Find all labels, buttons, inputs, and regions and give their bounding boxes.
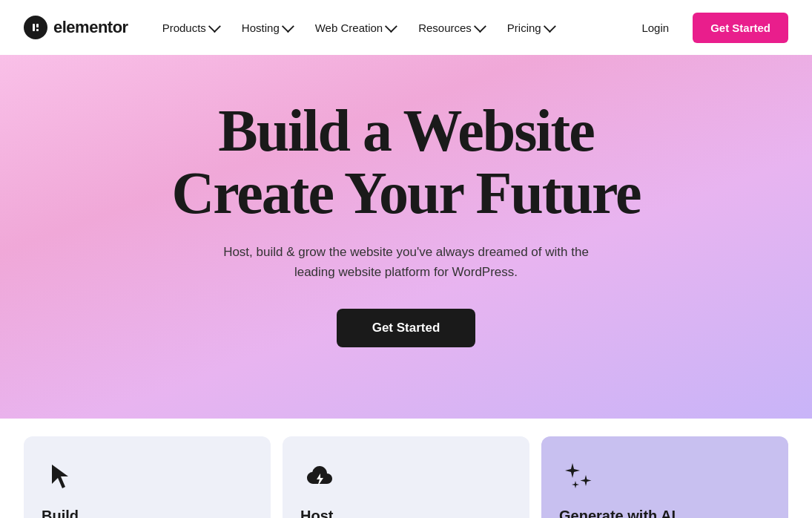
ai-stars-icon — [559, 457, 598, 496]
chevron-down-icon — [208, 20, 221, 33]
navbar: elementor Products Hosting Web Creation … — [0, 0, 812, 55]
chevron-down-icon — [474, 20, 486, 33]
logo[interactable]: elementor — [24, 16, 128, 39]
build-card: Build Bring your vision to life with the… — [24, 436, 271, 518]
svg-rect-3 — [36, 29, 39, 31]
logo-icon — [24, 16, 47, 39]
chevron-down-icon — [282, 20, 294, 33]
logo-text: elementor — [53, 18, 128, 37]
nav-item-hosting[interactable]: Hosting — [231, 16, 302, 40]
get-started-nav-button[interactable]: Get Started — [693, 13, 788, 43]
ai-card-title: Generate with AI — [559, 508, 770, 518]
hero-subtitle: Host, build & grow the website you've al… — [221, 242, 592, 282]
nav-items: Products Hosting Web Creation Resources … — [152, 16, 630, 40]
svg-point-0 — [28, 20, 43, 35]
hero-cta-button[interactable]: Get Started — [337, 309, 476, 347]
host-card: Host Grow with lightning–fast, scalable … — [283, 436, 529, 518]
nav-item-products[interactable]: Products — [152, 16, 228, 40]
cursor-icon — [42, 457, 80, 496]
chevron-down-icon — [544, 20, 556, 33]
nav-item-web-creation[interactable]: Web Creation — [305, 16, 405, 40]
nav-right: Login Get Started — [630, 13, 788, 43]
cards-section: Build Bring your vision to life with the… — [0, 419, 812, 518]
chevron-down-icon — [385, 20, 397, 33]
svg-rect-2 — [36, 24, 39, 27]
ai-card: Generate with AI Supercharge your sites … — [541, 436, 788, 518]
nav-item-pricing[interactable]: Pricing — [497, 16, 564, 40]
cloud-icon — [300, 457, 339, 496]
login-button[interactable]: Login — [630, 16, 681, 40]
svg-rect-1 — [33, 24, 35, 31]
hero-section: Build a Website Create Your Future Host,… — [0, 55, 812, 419]
hero-title: Build a Website Create Your Future — [171, 99, 640, 224]
host-card-title: Host — [300, 508, 512, 518]
nav-item-resources[interactable]: Resources — [408, 16, 494, 40]
svg-rect-6 — [559, 457, 598, 496]
build-card-title: Build — [42, 508, 253, 518]
